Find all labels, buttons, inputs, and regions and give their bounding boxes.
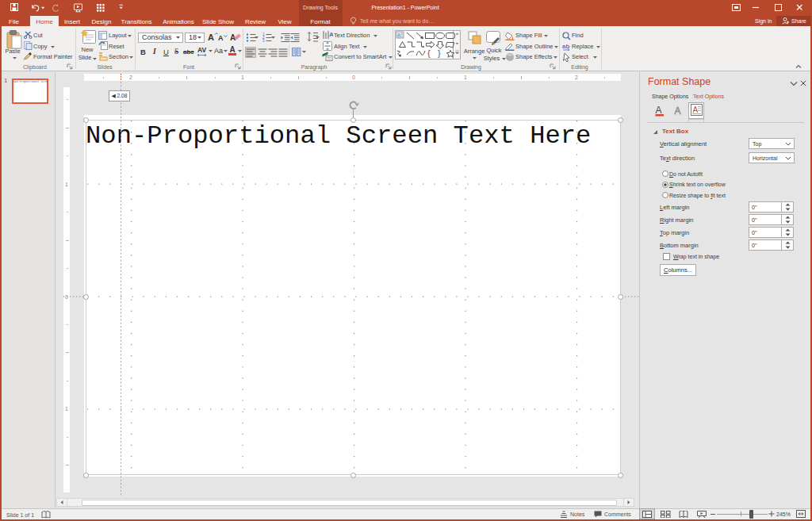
svg-text:A: A: [675, 105, 681, 117]
svg-text:A: A: [397, 33, 400, 37]
svg-text:A: A: [692, 105, 698, 114]
svg-text:ab: ab: [562, 43, 569, 50]
svg-text:A: A: [656, 105, 662, 116]
